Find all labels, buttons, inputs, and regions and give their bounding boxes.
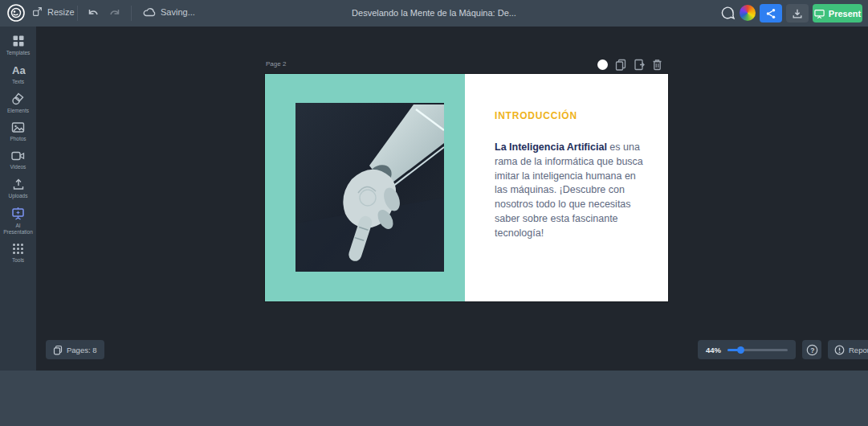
- page-color-swatch[interactable]: [597, 59, 608, 70]
- sidebar-item-label: Uploads: [2, 193, 35, 199]
- report-icon: [834, 345, 845, 355]
- comments-button[interactable]: [720, 6, 736, 21]
- user-avatar[interactable]: [740, 5, 756, 21]
- sidebar-item-label: AI Presentation: [2, 223, 35, 236]
- pages-icon: [53, 345, 63, 355]
- sidebar-item-templates[interactable]: Templates: [0, 35, 36, 56]
- share-icon: [765, 8, 776, 19]
- sidebar-item-label: Elements: [2, 108, 35, 114]
- zoom-slider[interactable]: [727, 349, 788, 351]
- tools-icon: [12, 243, 24, 255]
- zoom-value: 44%: [706, 346, 721, 354]
- share-button[interactable]: [760, 4, 782, 23]
- sidebar-item-label: Templates: [2, 50, 35, 56]
- sidebar-item-tools[interactable]: Tools: [0, 243, 36, 264]
- pages-count-button[interactable]: Pages: 8: [46, 340, 104, 359]
- sidebar-item-label: Tools: [2, 257, 35, 264]
- pages-count-label: Pages: 8: [67, 346, 97, 354]
- sidebar-item-ai-presentation[interactable]: AI Presentation: [0, 207, 36, 236]
- left-sidebar: Templates Aa Texts Elements: [0, 27, 36, 371]
- svg-text:Aa: Aa: [12, 64, 26, 76]
- slide-teal-panel: [265, 74, 465, 301]
- uploads-icon: [12, 178, 25, 190]
- texts-icon: Aa: [11, 63, 26, 76]
- sidebar-item-label: Texts: [2, 79, 35, 85]
- delete-page-icon[interactable]: [652, 59, 662, 71]
- move-page-icon[interactable]: [634, 59, 645, 71]
- top-toolbar: Resize Saving... Desvelando la Me: [0, 0, 868, 27]
- document-title[interactable]: Desvelando la Mente de la Máquina: De...: [0, 8, 868, 18]
- present-button[interactable]: Present: [813, 4, 862, 23]
- report-label: Report a: [849, 346, 868, 354]
- sidebar-item-uploads[interactable]: Uploads: [0, 178, 36, 199]
- ai-presentation-icon: [11, 207, 25, 220]
- question-icon: ?: [806, 344, 818, 356]
- sidebar-item-photos[interactable]: Photos: [0, 121, 36, 142]
- svg-text:?: ?: [810, 346, 814, 354]
- page-toolbar: [597, 59, 662, 71]
- download-button[interactable]: [786, 4, 809, 23]
- zoom-slider-knob[interactable]: [737, 346, 744, 354]
- photos-icon: [11, 121, 25, 133]
- pages-filmstrip: DESVELANDO LA MENTE DE LA MÁQUINA: DESCU…: [0, 371, 868, 426]
- page-label: Page 2: [266, 60, 286, 68]
- slide-body-bold: La Inteligencia Artificial: [495, 141, 607, 153]
- sidebar-item-texts[interactable]: Aa Texts: [0, 63, 36, 85]
- sidebar-item-videos[interactable]: Videos: [0, 150, 36, 170]
- slide-page-2[interactable]: INTRODUCCIÓN La Inteligencia Artificial …: [265, 74, 668, 301]
- sidebar-item-elements[interactable]: Elements: [0, 92, 36, 114]
- app-window: Resize Saving... Desvelando la Me: [0, 0, 868, 426]
- present-label: Present: [829, 9, 861, 18]
- report-button[interactable]: Report a: [828, 340, 868, 359]
- zoom-control: 44%: [698, 340, 796, 359]
- slide-heading[interactable]: INTRODUCCIÓN: [495, 110, 646, 121]
- sidebar-item-label: Photos: [2, 136, 35, 142]
- help-button[interactable]: ?: [802, 340, 821, 359]
- sidebar-item-label: Videos: [2, 164, 35, 170]
- duplicate-page-icon[interactable]: [615, 59, 626, 71]
- slide-body-rest: es una rama de la informática que busca …: [495, 141, 643, 239]
- slide-body-text[interactable]: La Inteligencia Artificial es una rama d…: [495, 141, 646, 240]
- present-icon: [814, 9, 825, 18]
- download-icon: [792, 8, 803, 19]
- robot-hand-photo[interactable]: [295, 103, 444, 272]
- slide-text-panel: INTRODUCCIÓN La Inteligencia Artificial …: [465, 74, 668, 301]
- videos-icon: [11, 150, 25, 162]
- templates-icon: [12, 35, 25, 47]
- elements-icon: [11, 92, 25, 105]
